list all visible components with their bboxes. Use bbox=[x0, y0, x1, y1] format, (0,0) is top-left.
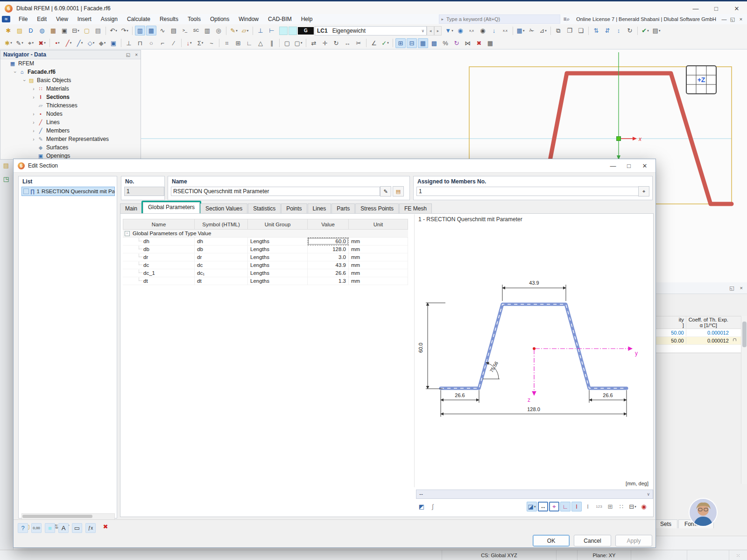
render-mode-icon[interactable]: ◩ bbox=[416, 502, 427, 511]
division-icon[interactable]: ∕ bbox=[169, 38, 179, 48]
chevron-icon[interactable]: › bbox=[30, 137, 37, 142]
guidelines-icon[interactable]: ∥ bbox=[267, 38, 277, 48]
close-icon[interactable]: ✕ bbox=[726, 2, 747, 14]
preview-info-dropdown[interactable]: -- ∨ bbox=[416, 490, 653, 499]
ortho-icon[interactable]: ∟ bbox=[244, 38, 254, 48]
trim-icon[interactable]: ✂ bbox=[353, 38, 364, 48]
percent-icon[interactable]: % bbox=[440, 38, 451, 48]
work-grid-icon[interactable]: ⊞ bbox=[233, 38, 243, 48]
guideline-edit-icon[interactable]: ⊢ bbox=[267, 26, 277, 35]
insert-solid-icon[interactable]: ◆▾ bbox=[97, 38, 107, 48]
param-unit-cell[interactable]: mm bbox=[349, 261, 408, 269]
axes-toggle-icon[interactable]: ⌖ bbox=[549, 502, 559, 511]
chevron-icon[interactable]: › bbox=[30, 95, 37, 100]
column-header-value[interactable]: Value bbox=[308, 219, 349, 230]
bim-cloud-icon[interactable]: ◍ bbox=[37, 26, 47, 35]
chevron-icon[interactable]: › bbox=[30, 112, 37, 117]
load-case-selector[interactable]: G LC1 Eigengewicht ∨ ◂ ▸ bbox=[279, 26, 442, 35]
tree-item-materials[interactable]: ›∷Materials bbox=[0, 84, 141, 93]
chevron-icon[interactable]: › bbox=[30, 128, 37, 133]
dialog-minimize-icon[interactable]: — bbox=[605, 161, 621, 171]
tree-item-sections[interactable]: ›ISections bbox=[0, 93, 141, 101]
param-unit-group-cell[interactable]: Lengths bbox=[248, 245, 308, 253]
show-results-icon[interactable]: ◉ bbox=[455, 26, 465, 35]
ok-button[interactable]: OK bbox=[533, 535, 570, 546]
block-icon[interactable]: ❐ bbox=[564, 26, 575, 35]
tables-toggle-icon[interactable]: ▦ bbox=[146, 26, 156, 35]
mesh-refine-icon[interactable]: ▩ bbox=[429, 38, 439, 48]
param-unit-cell[interactable]: mm bbox=[349, 269, 408, 277]
new-printout-icon[interactable]: ▢ bbox=[82, 26, 92, 35]
menu-item-help[interactable]: Help bbox=[296, 14, 317, 24]
result-values-xxx-icon[interactable]: x.x bbox=[500, 26, 510, 35]
stress-points-icon[interactable]: ∟ bbox=[560, 502, 571, 511]
navigator-header[interactable]: Navigator - Data ◱ × bbox=[0, 50, 141, 59]
tree-item-basic-objects[interactable]: ›▨Basic Objects bbox=[0, 76, 141, 84]
column-header-name[interactable]: Name bbox=[123, 219, 195, 230]
delete-results-icon[interactable]: ✖ bbox=[474, 38, 484, 48]
param-symbol-cell[interactable]: dc bbox=[195, 261, 248, 269]
tab-section-values[interactable]: Section Values bbox=[200, 203, 247, 213]
assigned-members-field[interactable]: 1 bbox=[416, 187, 639, 196]
numbering-icon[interactable]: 123 bbox=[594, 502, 604, 511]
renumber-auto-icon[interactable]: ⇵ bbox=[602, 26, 613, 35]
print-preview-icon[interactable]: ⊟▾ bbox=[627, 502, 638, 511]
renumber-all-icon[interactable]: ↕ bbox=[613, 26, 624, 35]
load-case-icon[interactable]: ↓▾ bbox=[184, 38, 194, 48]
chevron-icon[interactable]: › bbox=[22, 77, 27, 84]
snap-icon[interactable]: ⌗ bbox=[222, 38, 232, 48]
menu-item-view[interactable]: View bbox=[51, 14, 73, 24]
draft-tool-icon[interactable]: ✎▾ bbox=[229, 26, 239, 35]
section-view-icon[interactable]: ⊿▾ bbox=[538, 26, 548, 35]
print-icon[interactable]: ⊟▾ bbox=[70, 26, 81, 35]
visibility-icon[interactable]: ▦▾ bbox=[515, 26, 526, 35]
search-filter-icon[interactable]: ≡⌕ bbox=[563, 16, 570, 22]
param-unit-cell[interactable]: mm bbox=[349, 253, 408, 261]
mesh-settings-icon[interactable]: ⊟ bbox=[407, 38, 417, 48]
param-value-cell[interactable]: 43.9 bbox=[308, 261, 349, 269]
edit-object-icon[interactable]: ✎▾ bbox=[14, 38, 25, 48]
view-flag-icon[interactable]: ◳ bbox=[1, 174, 11, 184]
column-header-unit-group[interactable]: Unit Group bbox=[248, 219, 308, 230]
menu-item-options[interactable]: Options bbox=[205, 14, 234, 24]
param-name-cell[interactable]: db bbox=[123, 245, 195, 253]
tab-fe-mesh[interactable]: FE Mesh bbox=[399, 203, 432, 213]
user-avatar[interactable] bbox=[690, 499, 717, 526]
tree-item-rfem[interactable]: ▦RFEM bbox=[0, 59, 141, 68]
table-row[interactable]: 50.000.000012 bbox=[655, 337, 741, 345]
menu-item-edit[interactable]: Edit bbox=[32, 14, 51, 24]
tree-item-nodes[interactable]: ›•Nodes bbox=[0, 110, 141, 118]
save-icon[interactable]: ▣ bbox=[59, 26, 70, 35]
param-symbol-cell[interactable]: dh bbox=[195, 238, 248, 245]
float-panel-icon[interactable]: ◱ bbox=[729, 285, 734, 291]
column-header-symbol-html-[interactable]: Symbol (HTML) bbox=[195, 219, 248, 230]
chevron-icon[interactable]: › bbox=[30, 86, 37, 91]
tree-item-members[interactable]: ›╱Members bbox=[0, 126, 141, 135]
hinge-icon[interactable]: ○ bbox=[146, 38, 156, 48]
panel-restore-icon[interactable]: ▤ bbox=[1, 161, 11, 170]
move-icon[interactable]: ✛ bbox=[320, 38, 330, 48]
menu-item-insert[interactable]: Insert bbox=[73, 14, 96, 24]
line-support-icon[interactable]: ⊓ bbox=[135, 38, 145, 48]
table-tab-sets[interactable]: Sets bbox=[654, 519, 677, 528]
comment-tool-icon[interactable]: ▱▾ bbox=[240, 26, 250, 35]
printout-report-icon[interactable]: ▤ bbox=[93, 26, 103, 35]
report-icon[interactable]: ▤ bbox=[169, 26, 179, 35]
view-type-icon[interactable]: ◪▾ bbox=[527, 502, 537, 511]
tree-item-member-representatives[interactable]: ›✎Member Representatives bbox=[0, 135, 141, 143]
menu-item-assign[interactable]: Assign bbox=[96, 14, 122, 24]
tree-item-lines[interactable]: ›╱Lines bbox=[0, 118, 141, 126]
param-value-cell[interactable]: 3.0 bbox=[308, 253, 349, 261]
section-name-field[interactable]: RSECTION Querschnitt mit Parameter bbox=[171, 187, 380, 196]
select-members-icon[interactable]: ⌖ bbox=[638, 186, 649, 196]
next-load-case-icon[interactable]: ▸ bbox=[434, 26, 442, 35]
menu-item-calculate[interactable]: Calculate bbox=[122, 14, 155, 24]
chevron-icon[interactable]: › bbox=[30, 120, 37, 125]
mesh-icon[interactable]: ⊞ bbox=[395, 38, 406, 48]
resize-grip-icon[interactable]: ⁙ bbox=[729, 550, 747, 560]
regenerate-icon[interactable]: ↻ bbox=[625, 26, 635, 35]
param-symbol-cell[interactable]: db bbox=[195, 245, 248, 253]
result-values-icon[interactable]: ◉ bbox=[478, 26, 488, 35]
formula-icon[interactable]: ƒx bbox=[85, 523, 96, 533]
menu-item-tools[interactable]: Tools bbox=[183, 14, 205, 24]
